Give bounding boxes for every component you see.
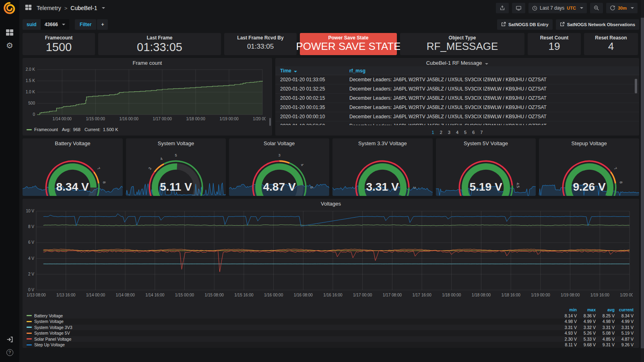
dashboards-icon[interactable] xyxy=(0,26,19,39)
stat-value: RF_MESSAGE xyxy=(427,41,498,53)
stat-title[interactable]: Last Frame xyxy=(147,35,172,41)
svg-text:1/20 00:00: 1/20 00:00 xyxy=(620,293,633,297)
svg-text:8: 8 xyxy=(102,181,107,184)
gauge-panel-title[interactable]: System 5V Voltage xyxy=(436,138,536,147)
time-range-caret-icon xyxy=(580,7,583,9)
pagination-page-1[interactable]: 1 xyxy=(432,130,434,135)
legend-avg: 8.25 V xyxy=(596,313,615,318)
share-button[interactable] xyxy=(496,3,509,13)
legend-header-max[interactable]: max xyxy=(577,307,596,312)
framecount-series-name[interactable]: Framecount xyxy=(34,127,58,132)
svg-text:8: 8 xyxy=(619,181,623,184)
svg-text:1/19 00:00: 1/19 00:00 xyxy=(531,293,550,297)
svg-text:1/16 16:00: 1/16 16:00 xyxy=(323,293,343,297)
help-icon[interactable]: ? xyxy=(0,346,19,359)
dashboard-link-label: SatNOGS DB Entry xyxy=(508,22,549,27)
breadcrumb-dashboard[interactable]: CubeBel-1 xyxy=(70,5,97,11)
svg-text:1/13 16:00: 1/13 16:00 xyxy=(56,293,76,297)
frame-count-panel-title[interactable]: Frame count xyxy=(23,58,272,66)
add-filter-button[interactable]: + xyxy=(97,19,108,30)
stat-title[interactable]: Power Save State xyxy=(328,35,368,41)
table-row: 2020-01-20 00:02:15December Leaders: JA6… xyxy=(275,94,639,103)
pagination-page-7[interactable]: 7 xyxy=(480,130,483,135)
rf-cell-message: December Leaders: JA6PL W2RTV JA5BLZ / U… xyxy=(345,77,639,82)
gauge-panel-title[interactable]: System Voltage xyxy=(126,138,226,147)
gauge-panel-system-3-3v-voltage: System 3.3V Voltage033.63.31 V xyxy=(332,138,433,196)
dashboard-link-1[interactable]: SatNOGS Network Observations xyxy=(556,19,639,30)
time-range-label: Last 7 days xyxy=(540,5,564,11)
svg-text:1.5 K: 1.5 K xyxy=(26,78,35,83)
stat-title[interactable]: Framecount xyxy=(45,35,73,41)
svg-text:6 V: 6 V xyxy=(28,240,34,245)
stat-title[interactable]: Object Type xyxy=(449,35,476,41)
page-scrollbar[interactable] xyxy=(641,0,644,362)
rf-cell-message: December Leaders: JA6PL W2RTV JA5BLZ / U… xyxy=(345,95,639,101)
legend-current: 4.87 V xyxy=(615,337,634,341)
grafana-logo-icon[interactable] xyxy=(3,1,17,15)
voltages-panel-title[interactable]: Voltages xyxy=(23,199,639,207)
framecount-current-label: Current: xyxy=(85,127,101,132)
gauge-panel-title[interactable]: Battery Voltage xyxy=(23,138,123,147)
refresh-picker[interactable]: 30m xyxy=(606,3,638,13)
legend-series-name[interactable]: Step Up Voltage xyxy=(27,342,558,347)
legend-series-name[interactable]: Solar Panel Voltage xyxy=(27,337,558,341)
gauge-panel-title[interactable]: Stepup Voltage xyxy=(539,138,639,147)
pagination-page-3[interactable]: 3 xyxy=(448,130,450,135)
legend-min: 8.14 V xyxy=(558,313,577,318)
svg-text:3.31 V: 3.31 V xyxy=(366,181,399,193)
legend-header-current[interactable]: current xyxy=(615,307,634,312)
panel-menu-caret-icon[interactable] xyxy=(485,63,488,65)
variable-value-dropdown[interactable]: 43666 xyxy=(41,19,69,30)
tv-mode-button[interactable] xyxy=(512,3,525,13)
zoom-out-button[interactable] xyxy=(590,3,603,13)
dashboard-caret-icon[interactable] xyxy=(102,7,105,9)
pagination-page-6[interactable]: 6 xyxy=(472,130,475,135)
rf-table-header: Time rf_msg xyxy=(275,66,639,75)
rf-table-scrollbar[interactable] xyxy=(635,79,637,93)
breadcrumb-separator: > xyxy=(64,5,68,11)
series-swatch-icon xyxy=(27,338,32,339)
time-range-picker[interactable]: Last 7 days UTC xyxy=(528,3,587,13)
legend-min: 2.30 V xyxy=(558,337,577,341)
legend-series-name[interactable]: System Voltage 5V xyxy=(27,331,558,335)
legend-header-avg[interactable]: avg xyxy=(596,307,615,312)
stat-title[interactable]: Last Frame Rcvd By xyxy=(237,35,283,41)
stat-panel-reset-count: Reset Count19 xyxy=(528,33,581,55)
frame-count-legend: Framecount Avg: 968 Current: 1.500 K xyxy=(23,127,272,132)
legend-series-name[interactable]: Battery Voltage xyxy=(27,313,558,318)
rf-cell-time: 2020-01-20 01:32:25 xyxy=(275,86,345,92)
sign-in-icon[interactable] xyxy=(0,333,19,346)
filter-button[interactable]: Filter xyxy=(75,19,96,30)
rf-message-panel-title[interactable]: CubeBel-1 RF Message xyxy=(275,58,639,66)
stat-panel-last-frame: Last Frame01:33:05 xyxy=(98,33,221,55)
breadcrumb-section[interactable]: Telemetry xyxy=(37,5,61,11)
svg-text:1/15 08:00: 1/15 08:00 xyxy=(205,293,224,297)
gauge-panel-title[interactable]: Solar Voltage xyxy=(229,138,329,147)
legend-current: 5.19 V xyxy=(615,331,634,335)
variable-label: suid xyxy=(23,19,41,30)
legend-row: System Voltage4.98 V4.99 V4.98 V4.99 V xyxy=(27,319,634,325)
page-scrollbar-thumb[interactable] xyxy=(641,18,644,348)
pagination-page-5[interactable]: 5 xyxy=(464,130,466,135)
stat-title[interactable]: Reset Count xyxy=(540,35,569,41)
voltages-legend: minmaxavgcurrentBattery Voltage8.14 V8.3… xyxy=(23,306,639,348)
legend-header-min[interactable]: min xyxy=(558,307,577,312)
legend-row: System Voltage 3V33.31 V3.32 V3.31 V3.31… xyxy=(27,325,634,331)
dashboard-link-0[interactable]: SatNOGS DB Entry xyxy=(497,19,553,30)
dashboard-grid: Framecount1500Last Frame01:33:05Last Fra… xyxy=(19,31,644,348)
legend-series-name[interactable]: System Voltage 3V3 xyxy=(27,325,558,330)
rf-column-time[interactable]: Time xyxy=(275,68,345,74)
legend-series-name[interactable]: System Voltage xyxy=(27,319,558,324)
pagination-page-2[interactable]: 2 xyxy=(440,130,442,135)
rf-column-rfmsg[interactable]: rf_msg xyxy=(345,68,639,74)
settings-gear-icon[interactable]: ⚙ xyxy=(0,39,19,52)
stat-title[interactable]: Reset Reason xyxy=(595,35,627,41)
svg-text:2 V: 2 V xyxy=(28,272,34,276)
frame-panel-scrollbar[interactable] xyxy=(269,118,271,126)
gauge-panel-title[interactable]: System 3.3V Voltage xyxy=(332,138,433,147)
rf-cell-message: December Leaders: JA6PL W2RTV JA5BLZ / U… xyxy=(345,114,639,119)
refresh-caret-icon xyxy=(631,7,634,9)
svg-text:1/17 00:00: 1/17 00:00 xyxy=(353,293,372,297)
pagination-page-4[interactable]: 4 xyxy=(456,130,458,135)
svg-text:3: 3 xyxy=(278,153,280,157)
